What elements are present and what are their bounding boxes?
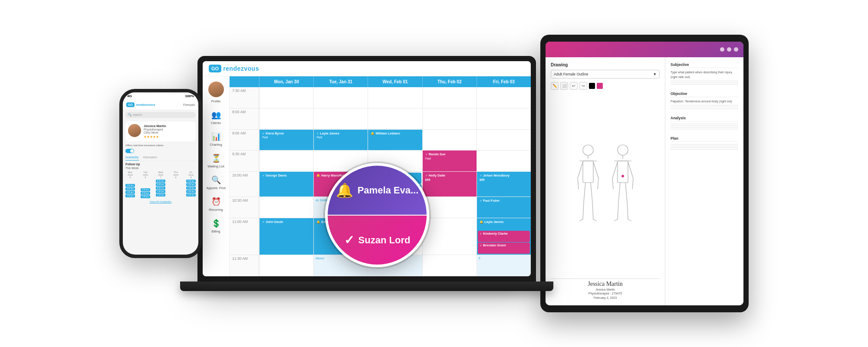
- cal-cell-fri-900[interactable]: [477, 130, 531, 151]
- svg-line-22: [618, 183, 620, 202]
- appt-fri-5[interactable]: 5: [478, 256, 530, 261]
- phone-slot[interactable]: 9:00 am: [156, 180, 165, 183]
- cal-cell-tue-800[interactable]: [313, 108, 368, 129]
- cal-cell-fri-1130[interactable]: 5: [477, 255, 531, 276]
- appt-randa[interactable]: ✓ Randa Sue Paid: [424, 151, 476, 170]
- sidebar-charting-icon: 📊: [211, 132, 221, 141]
- phone-slot[interactable]: 9:00 am: [156, 183, 165, 186]
- cal-cell-fri-800[interactable]: [477, 108, 531, 129]
- phone-slot[interactable]: 1:00 pm: [141, 195, 150, 198]
- cal-cell-fri-1030[interactable]: ✓ Paul Fuller: [477, 197, 531, 218]
- color-black-swatch[interactable]: [589, 83, 595, 89]
- sidebar-billing-label: Billing: [211, 229, 220, 233]
- appt-william[interactable]: 🔔 William Leblanc: [369, 131, 421, 150]
- eraser-tool-btn[interactable]: ⬜: [560, 82, 568, 90]
- phone-tab-availability[interactable]: Availability: [125, 154, 139, 160]
- appt-layla[interactable]: ✓ Layla James Paid: [315, 131, 367, 150]
- appt-george[interactable]: ✓ George Davis: [260, 173, 312, 196]
- tablet-body-select[interactable]: Adult Female Outline ▼: [551, 70, 660, 79]
- cal-cell-thu-1130[interactable]: [422, 255, 477, 276]
- appt-kimberly[interactable]: ✓ Kimberly Clarke: [478, 231, 530, 242]
- phone-cal-col-mon: 2:00 pm 3:00 pm 1:00 pm 1:00 pm: [125, 180, 135, 198]
- undo-btn[interactable]: ↩: [570, 82, 578, 90]
- phone-slot[interactable]: 1:00 pm: [125, 194, 135, 197]
- phone-slot[interactable]: 1:00 pm: [156, 190, 165, 193]
- cal-cell-mon-930[interactable]: [259, 151, 313, 171]
- appt-holly[interactable]: ✓ Holly Dalle $95: [424, 173, 476, 196]
- phone-slot[interactable]: 3:00 pm: [125, 187, 135, 190]
- cal-cell-wed-730[interactable]: [368, 87, 422, 108]
- sidebar-item-appointments[interactable]: 🔍 Appoint. Find: [203, 172, 229, 193]
- cal-cell-wed-800[interactable]: [368, 108, 422, 129]
- phone-slot[interactable]: 2:00 pm: [125, 184, 135, 187]
- color-pink-swatch[interactable]: [597, 83, 603, 89]
- phone-screen: 4G 100% GO rendezvous Français 🔍 search: [123, 92, 198, 255]
- sidebar-item-waiting[interactable]: ⏳ Waiting List: [203, 150, 229, 172]
- phone-language-toggle[interactable]: Français: [183, 103, 195, 106]
- sidebar-billing-icon: 💲: [211, 219, 221, 228]
- phone-slot[interactable]: 2:00 pm: [186, 183, 196, 186]
- cal-cell-fri-730[interactable]: [477, 87, 531, 108]
- cal-cell-mon-1100[interactable]: ✓ John Daule: [259, 218, 313, 255]
- sidebar-item-profile[interactable]: Profile: [203, 78, 229, 107]
- phone-cal-tue: TueJune6: [141, 171, 150, 179]
- svg-line-6: [593, 162, 598, 178]
- cal-cell-thu-1030[interactable]: [422, 197, 477, 218]
- cal-cell-mon-730[interactable]: [259, 87, 313, 108]
- cal-cell-fri-1000[interactable]: ✓ Johan Woodbury $95: [477, 172, 531, 196]
- chevron-down-icon: ▼: [653, 72, 657, 76]
- phone-search-bar[interactable]: 🔍 search: [125, 112, 196, 118]
- sidebar-recurring-icon: ⏰: [211, 197, 221, 206]
- cal-time-930: 9:30 AM: [230, 151, 259, 171]
- appt-johan[interactable]: ✓ Johan Woodbury $95: [478, 173, 530, 196]
- cal-cell-mon-800[interactable]: [259, 108, 313, 129]
- phone-slot[interactable]: 2:00 pm: [186, 193, 196, 196]
- phone-cal-col-wed: 9:00 am 9:00 am 9:00 am 1:00 pm 1:00 pm: [156, 180, 165, 198]
- phone-slot[interactable]: 2:00 pm: [186, 180, 196, 183]
- sidebar-profile-label: Profile: [211, 99, 220, 103]
- sidebar-item-charting[interactable]: 📊 Charting: [203, 128, 229, 150]
- phone-slot[interactable]: 1:00 pm: [156, 193, 165, 196]
- cal-cell-thu-730[interactable]: [422, 87, 477, 108]
- cal-cell-thu-930[interactable]: ✓ Randa Sue Paid: [422, 151, 477, 171]
- cal-cell-thu-1000[interactable]: ✓ Holly Dalle $95: [422, 172, 477, 196]
- cal-cell-mon-1000[interactable]: ✓ George Davis: [259, 172, 313, 196]
- phone-stars: ★★★★★: [144, 135, 193, 139]
- phone-slot[interactable]: 1:00 pm: [125, 191, 135, 194]
- appt-layla2[interactable]: 🔔 Layla James: [478, 219, 530, 230]
- sidebar-item-billing[interactable]: 💲 Billing: [203, 215, 229, 237]
- cal-cell-fri-1100[interactable]: 🔔 Layla James ✓ Kimberly Clarke ✓: [477, 218, 531, 255]
- sidebar-recurring-label: Recurring: [209, 208, 223, 212]
- cal-header-tue: Tue, Jan 31: [313, 76, 368, 87]
- cal-cell-thu-1100[interactable]: [422, 218, 477, 255]
- cal-cell-thu-900[interactable]: [422, 130, 477, 151]
- cal-cell-mon-900[interactable]: ✓ Kiera Byrne Paid: [259, 130, 313, 151]
- appt-john[interactable]: ✓ John Daule: [260, 219, 312, 254]
- sidebar-item-clients[interactable]: 👥 Clients: [203, 107, 229, 128]
- cal-cell-mon-1130[interactable]: [259, 255, 313, 276]
- cal-cell-thu-800[interactable]: [422, 108, 477, 129]
- cal-cell-mon-1030[interactable]: [259, 197, 313, 218]
- appt-kiera[interactable]: ✓ Kiera Byrne Paid: [260, 131, 312, 150]
- phone-toggle[interactable]: [125, 149, 134, 153]
- phone-view-all-link[interactable]: View All Availability: [124, 200, 197, 203]
- redo-btn[interactable]: ↪: [579, 82, 587, 90]
- phone-slot[interactable]: 2:00 pm: [186, 187, 196, 190]
- phone-slot[interactable]: 5:00 pm: [141, 188, 150, 191]
- phone-avatar: [128, 124, 141, 137]
- phone-calendar-header: MonJune5 TueJune6 WedJune7 ThuJune8 FriJ…: [125, 171, 196, 179]
- phone-slot[interactable]: 2:00 pm: [186, 190, 196, 193]
- appt-paul[interactable]: ✓ Paul Fuller: [478, 198, 530, 217]
- phone-tab-information[interactable]: Information: [143, 154, 158, 160]
- cal-cell-tue-900[interactable]: ✓ Layla James Paid: [313, 130, 368, 151]
- cal-cell-fri-930[interactable]: [477, 151, 531, 171]
- tablet-dot-1: [720, 47, 724, 52]
- sidebar-item-recurring[interactable]: ⏰ Recurring: [203, 193, 229, 215]
- phone-slot[interactable]: 9:00 am: [156, 187, 165, 190]
- phone-slot[interactable]: 5:00 pm: [141, 192, 150, 195]
- appt-brendan[interactable]: ✓ Brendan Grant: [478, 242, 530, 254]
- phone-go-badge: GO: [126, 102, 135, 107]
- cal-cell-wed-900[interactable]: 🔔 William Leblanc: [368, 130, 422, 151]
- calendar-header: Mon, Jan 30 Tue, Jan 31 Wed, Feb 01 Thu,…: [230, 76, 531, 87]
- cal-cell-tue-730[interactable]: [313, 87, 368, 108]
